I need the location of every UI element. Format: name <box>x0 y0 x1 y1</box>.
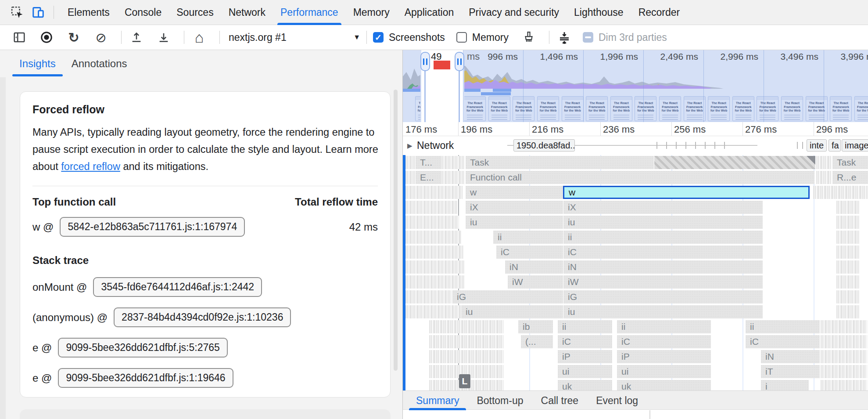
timeline-minimap[interactable]: The ReactFrameworkfor the WebThe ReactFr… <box>403 50 868 122</box>
flame-bar[interactable] <box>654 156 815 169</box>
source-location-link[interactable]: 3545-fd6e7644112d46af.js:1:2442 <box>93 277 262 297</box>
flame-bar[interactable]: Function call <box>465 171 814 184</box>
reload-record-icon[interactable]: ↻ <box>65 29 82 46</box>
tab-console[interactable]: Console <box>117 0 169 25</box>
flame-bar[interactable]: iG <box>452 290 563 303</box>
flame-bar[interactable]: iC <box>745 335 820 348</box>
flame-bar[interactable]: ui <box>617 365 711 378</box>
flame-bar[interactable]: w <box>465 186 563 199</box>
home-icon[interactable]: ⌂ <box>190 29 208 46</box>
flame-bar[interactable]: iC <box>496 246 563 259</box>
network-request[interactable]: image <box>842 139 868 152</box>
toggle-sidebar-icon[interactable] <box>11 29 28 46</box>
flame-bar[interactable]: iT <box>760 365 820 378</box>
flame-bar[interactable]: uk <box>557 380 612 390</box>
flame-bar[interactable]: iP <box>557 350 612 363</box>
flame-bar[interactable]: (... <box>520 335 553 348</box>
total-reflow-time-header: Total reflow time <box>295 196 378 208</box>
download-profile-icon[interactable] <box>155 29 172 46</box>
forced-reflow-link[interactable]: forced reflow <box>61 161 120 172</box>
tab-network[interactable]: Network <box>221 0 273 25</box>
devtools-tabs: ElementsConsoleSourcesNetworkPerformance… <box>60 0 687 25</box>
network-request[interactable]: fa <box>829 139 841 152</box>
flame-bar[interactable]: T... <box>415 156 441 169</box>
flame-bar[interactable]: iC <box>617 335 711 348</box>
screenshots-checkbox[interactable] <box>373 32 384 43</box>
flame-bar[interactable]: ii <box>745 320 820 333</box>
ruler-label: 176 ms <box>405 124 437 135</box>
flame-bar[interactable]: iP <box>617 350 711 363</box>
details-tab-summary[interactable]: Summary <box>407 391 468 410</box>
request-tick <box>714 142 715 149</box>
flame-bar[interactable]: iu <box>563 216 763 229</box>
record-icon[interactable] <box>38 29 55 46</box>
memory-label[interactable]: Memory <box>472 32 509 43</box>
dim-3rd-parties-checkbox <box>583 32 593 43</box>
flame-bar[interactable]: R...e <box>832 171 868 184</box>
tab-recorder[interactable]: Recorder <box>631 0 688 25</box>
cache-lifetimes-insight-card[interactable]: Use efficient cache lifetimes <box>20 409 391 419</box>
flame-bar[interactable]: iu <box>461 305 563 318</box>
flame-bar[interactable]: E... <box>415 171 441 184</box>
screenshots-label[interactable]: Screenshots <box>389 32 445 43</box>
network-request[interactable]: inte <box>807 139 827 152</box>
upload-profile-icon[interactable] <box>128 29 145 46</box>
flame-bar[interactable]: uk <box>617 380 711 390</box>
source-location-link[interactable]: 5842-e12b863a5c711761.js:1:167974 <box>60 217 245 237</box>
ruler-label: 296 ms <box>816 124 848 135</box>
tab-lighthouse[interactable]: Lighthouse <box>567 0 631 25</box>
flame-bar[interactable]: iC <box>563 246 763 259</box>
flame-bar[interactable]: iW <box>563 275 763 289</box>
tab-performance[interactable]: Performance <box>273 0 346 25</box>
flamechart-ruler[interactable]: 176 ms196 ms216 ms236 ms256 ms276 ms296 … <box>403 122 868 136</box>
sidebar-scrollbar[interactable] <box>394 90 398 371</box>
flame-bar[interactable]: ii <box>557 320 612 333</box>
sidebar-tab-insights[interactable]: Insights <box>11 50 64 77</box>
flame-bar[interactable]: iN <box>505 260 563 274</box>
flame-bar[interactable]: ii <box>493 231 563 244</box>
details-tab-event-log[interactable]: Event log <box>587 391 647 410</box>
selection-left-handle[interactable] <box>420 52 430 71</box>
flame-bar[interactable]: ii <box>563 231 763 244</box>
flame-bar[interactable]: iC <box>557 335 612 348</box>
selection-right-handle[interactable] <box>455 52 464 71</box>
flame-bar[interactable]: iX <box>563 201 763 214</box>
flame-bar[interactable]: iu <box>465 216 563 229</box>
clear-icon[interactable]: ⊘ <box>92 29 110 46</box>
flame-bar[interactable]: iX <box>465 201 563 214</box>
network-request[interactable]: 1950.dea8fad... <box>513 139 575 152</box>
flame-bar[interactable]: iN <box>760 350 820 363</box>
flame-bar[interactable]: iW <box>507 275 563 289</box>
tab-application[interactable]: Application <box>397 0 462 25</box>
disclosure-triangle-icon[interactable]: ▶ <box>407 142 412 150</box>
flame-bar[interactable]: iu <box>563 305 763 318</box>
flame-bar[interactable]: Task <box>832 156 868 169</box>
flamechart[interactable]: T...TaskTaskE...Function callR...ewwiXiX… <box>403 155 868 390</box>
profile-select[interactable]: nextjs.org #1 ▼ <box>229 32 360 43</box>
source-location-link[interactable]: 2837-84b4d4394cd0f92e.js:1:10236 <box>114 307 291 327</box>
flame-bar[interactable]: ib <box>518 320 553 333</box>
flame-bar[interactable]: Task <box>465 156 654 169</box>
flame-bar[interactable]: iN <box>563 260 763 274</box>
inspect-element-icon[interactable] <box>10 5 25 20</box>
details-tab-bottom-up[interactable]: Bottom-up <box>468 391 532 410</box>
tab-elements[interactable]: Elements <box>60 0 117 25</box>
flame-bar-selected[interactable]: w <box>563 186 810 199</box>
tab-sources[interactable]: Sources <box>169 0 221 25</box>
source-location-link[interactable]: 9099-5bee326dd621dfbf.js:1:19646 <box>58 368 233 388</box>
tab-memory[interactable]: Memory <box>346 0 397 25</box>
flame-bar[interactable]: ui <box>557 365 612 378</box>
collect-garbage-icon[interactable] <box>520 29 538 46</box>
flame-bar[interactable]: i <box>760 380 809 390</box>
details-tab-call-tree[interactable]: Call tree <box>532 391 588 410</box>
memory-checkbox[interactable] <box>456 32 467 43</box>
collapse-tracks-icon[interactable] <box>556 29 573 46</box>
source-location-link[interactable]: 9099-5bee326dd621dfbf.js:5:2765 <box>58 338 227 358</box>
function-name: w @ <box>32 221 54 233</box>
network-track-label[interactable]: Network <box>417 140 454 152</box>
sidebar-tab-annotations[interactable]: Annotations <box>64 50 135 77</box>
flame-bar[interactable]: ii <box>617 320 711 333</box>
flame-bar[interactable]: iG <box>563 290 763 303</box>
tab-privacy-and-security[interactable]: Privacy and security <box>461 0 567 25</box>
device-toolbar-icon[interactable] <box>31 5 46 20</box>
